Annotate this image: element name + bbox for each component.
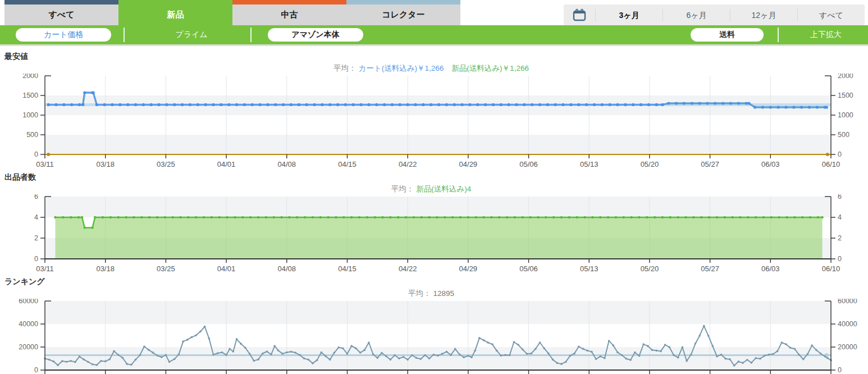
svg-text:04/29: 04/29 xyxy=(459,264,478,273)
top-bar: すべて 新品 中古 コレクター 3ヶ月 6ヶ月 12ヶ月 すべて xyxy=(0,0,868,25)
cart-price-toggle[interactable]: カート価格 xyxy=(16,28,111,42)
svg-text:2: 2 xyxy=(34,234,38,242)
svg-text:500: 500 xyxy=(838,131,849,139)
svg-text:0: 0 xyxy=(34,366,38,374)
ranking-chart[interactable]: 0020000200004000040000600006000003/1103/… xyxy=(0,299,868,374)
legend-seller-average: 新品(送料込み)4 xyxy=(416,185,471,193)
svg-text:04/08: 04/08 xyxy=(277,264,296,273)
date-range-picker[interactable]: 3ヶ月 6ヶ月 12ヶ月 すべて xyxy=(564,4,865,25)
svg-text:06/10: 06/10 xyxy=(822,264,840,273)
svg-text:03/11: 03/11 xyxy=(36,264,54,273)
legend-prefix: 平均： xyxy=(391,185,414,193)
calendar-icon xyxy=(564,8,595,22)
svg-text:0: 0 xyxy=(34,255,38,263)
svg-text:05/20: 05/20 xyxy=(641,160,659,168)
svg-text:05/27: 05/27 xyxy=(701,160,719,168)
svg-text:1500: 1500 xyxy=(838,92,853,99)
svg-text:60000: 60000 xyxy=(19,299,38,305)
svg-text:04/29: 04/29 xyxy=(459,160,478,168)
series-toolbar-right: 送料 上下拡大 xyxy=(691,25,868,44)
tab-all[interactable]: すべて xyxy=(4,0,118,25)
svg-text:2000: 2000 xyxy=(22,74,38,80)
seller-count-title: 出品者数 xyxy=(0,170,868,184)
svg-text:05/13: 05/13 xyxy=(580,160,599,168)
legend-new-average: 新品(送料込み)￥1,266 xyxy=(451,64,529,72)
svg-text:06/10: 06/10 xyxy=(822,160,840,168)
svg-text:03/11: 03/11 xyxy=(36,160,54,168)
shipping-toggle[interactable]: 送料 xyxy=(691,28,764,42)
ranking-title: ランキング xyxy=(0,275,868,288)
legend-prefix: 平均： xyxy=(408,289,431,298)
toolbar-separator xyxy=(124,28,125,42)
seller-count-chart[interactable]: 0022446603/1103/1803/2504/0104/0804/1504… xyxy=(0,194,868,275)
seller-count-section: 出品者数 平均：新品(送料込み)4 0022446603/1103/1803/2… xyxy=(0,170,868,275)
svg-text:2000: 2000 xyxy=(838,74,853,80)
seller-count-legend: 平均：新品(送料込み)4 xyxy=(0,184,868,194)
svg-text:04/15: 04/15 xyxy=(338,160,357,168)
range-option-all[interactable]: すべて xyxy=(797,9,865,21)
svg-text:06/03: 06/03 xyxy=(761,160,780,168)
range-option-6m[interactable]: 6ヶ月 xyxy=(663,9,730,21)
svg-text:05/06: 05/06 xyxy=(519,264,538,273)
tab-new-label: 新品 xyxy=(167,10,184,20)
svg-text:60000: 60000 xyxy=(838,299,857,305)
svg-text:04/22: 04/22 xyxy=(399,160,417,168)
series-toolbar-left: カート価格 プライム アマゾン本体 xyxy=(0,25,375,44)
legend-cart-average: カート(送料込み)￥1,266 xyxy=(359,64,444,72)
charts-area: 最安値 平均：カート(送料込み)￥1,266新品(送料込み)￥1,266 005… xyxy=(0,46,868,374)
lowest-price-section: 最安値 平均：カート(送料込み)￥1,266新品(送料込み)￥1,266 005… xyxy=(0,49,868,170)
svg-text:6: 6 xyxy=(34,194,38,200)
condition-tabs: すべて 新品 中古 コレクター xyxy=(0,0,460,25)
svg-text:0: 0 xyxy=(838,150,842,158)
prime-toggle[interactable]: プライム xyxy=(175,30,207,40)
range-option-3m[interactable]: 3ヶ月 xyxy=(595,9,663,21)
ranking-section: ランキング 平均：12895 0020000200004000040000600… xyxy=(0,275,868,374)
svg-text:6: 6 xyxy=(838,194,842,200)
svg-text:05/06: 05/06 xyxy=(519,160,538,168)
svg-text:05/13: 05/13 xyxy=(580,264,599,273)
tab-all-label: すべて xyxy=(48,10,74,20)
svg-text:04/22: 04/22 xyxy=(399,264,417,273)
tab-used-label: 中古 xyxy=(281,10,298,20)
svg-text:20000: 20000 xyxy=(19,343,38,351)
svg-text:04/08: 04/08 xyxy=(277,160,296,168)
svg-text:2: 2 xyxy=(838,234,842,242)
svg-text:04/01: 04/01 xyxy=(217,264,236,273)
svg-text:4: 4 xyxy=(838,213,842,221)
legend-prefix: 平均： xyxy=(334,64,357,72)
ranking-legend: 平均：12895 xyxy=(0,288,868,299)
expand-vertical-toggle[interactable]: 上下拡大 xyxy=(810,30,842,40)
lowest-price-chart[interactable]: 0050050010001000150015002000200003/1103/… xyxy=(0,74,868,170)
tab-collector[interactable]: コレクター xyxy=(346,0,460,25)
tab-used[interactable]: 中古 xyxy=(232,0,346,25)
svg-text:40000: 40000 xyxy=(19,320,38,328)
svg-text:1500: 1500 xyxy=(22,92,38,99)
svg-text:4: 4 xyxy=(34,213,38,221)
lowest-price-title: 最安値 xyxy=(0,49,868,63)
svg-text:0: 0 xyxy=(838,366,842,374)
tab-new[interactable]: 新品 xyxy=(118,0,232,25)
svg-text:05/20: 05/20 xyxy=(641,264,659,273)
svg-text:500: 500 xyxy=(26,131,38,139)
svg-text:06/03: 06/03 xyxy=(761,264,780,273)
svg-text:04/15: 04/15 xyxy=(338,264,357,273)
svg-text:0: 0 xyxy=(34,150,38,158)
tab-collector-label: コレクター xyxy=(382,10,424,20)
toolbar-separator xyxy=(778,28,779,42)
svg-text:03/25: 03/25 xyxy=(157,160,175,168)
toolbar-separator xyxy=(250,28,252,42)
svg-text:05/27: 05/27 xyxy=(701,264,719,273)
svg-text:04/01: 04/01 xyxy=(217,160,236,168)
svg-text:1000: 1000 xyxy=(22,111,38,119)
svg-text:20000: 20000 xyxy=(838,343,857,351)
range-option-12m[interactable]: 12ヶ月 xyxy=(730,9,797,21)
amazon-toggle[interactable]: アマゾン本体 xyxy=(268,28,363,42)
svg-text:03/25: 03/25 xyxy=(157,264,175,273)
series-toolbar: カート価格 プライム アマゾン本体 送料 上下拡大 xyxy=(0,25,868,46)
svg-text:03/18: 03/18 xyxy=(96,264,115,273)
svg-text:03/18: 03/18 xyxy=(96,160,115,168)
legend-ranking-average: 12895 xyxy=(433,289,454,298)
svg-text:0: 0 xyxy=(838,255,842,263)
svg-text:40000: 40000 xyxy=(838,320,857,328)
lowest-price-legend: 平均：カート(送料込み)￥1,266新品(送料込み)￥1,266 xyxy=(0,63,868,74)
